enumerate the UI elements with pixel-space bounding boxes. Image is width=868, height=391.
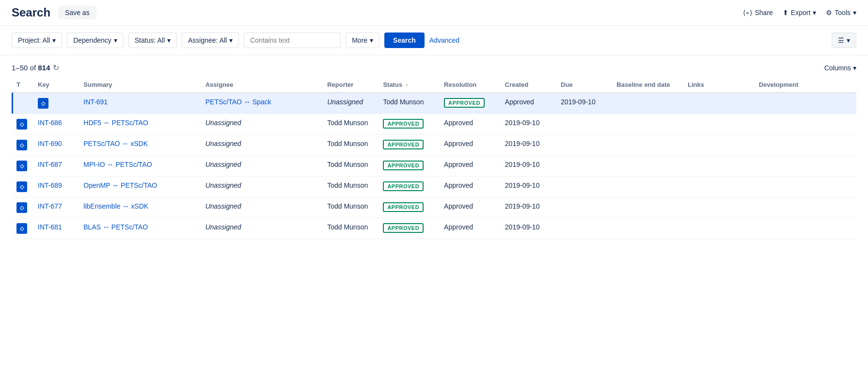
reporter-cell: Todd Munson	[322, 177, 378, 197]
issue-key-link[interactable]: INT-691	[83, 98, 108, 106]
status-badge: APPROVED	[383, 140, 424, 149]
issue-summary-link[interactable]: HDF5 ↔ PETSc/TAO	[83, 119, 148, 127]
created-cell: 2019-09-10	[500, 218, 556, 239]
col-header-created[interactable]: Created	[500, 77, 556, 93]
assignee-cell: Unassigned	[201, 218, 322, 239]
issue-summary-link[interactable]: OpenMP ↔ PETSc/TAO	[83, 181, 157, 189]
col-header-baseline[interactable]: Baseline end date	[612, 77, 683, 93]
reporter-cell: Todd Munson	[322, 156, 378, 177]
status-cell: APPROVED	[378, 135, 439, 156]
table-row[interactable]: ◇ INT-677 libEnsemble ↔ xSDK Unassigned …	[12, 197, 856, 218]
status-cell: APPROVED	[378, 218, 439, 239]
baseline-cell	[612, 135, 683, 156]
table-row[interactable]: ◇ INT-691 PETSc/TAO ↔ Spack Unassigned T…	[12, 93, 856, 114]
tools-button[interactable]: ⚙ Tools ▾	[826, 9, 856, 16]
development-cell	[754, 135, 805, 156]
summary-cell: OpenMP ↔ PETSc/TAO	[79, 177, 200, 197]
table-row[interactable]: ◇ INT-681 BLAS ↔ PETSc/TAO Unassigned To…	[12, 218, 856, 239]
links-cell	[683, 156, 754, 177]
issue-type-icon: ◇	[16, 119, 27, 130]
reporter-cell: Todd Munson	[322, 218, 378, 239]
dependency-filter[interactable]: Dependency ▾	[67, 33, 124, 48]
issue-key-link[interactable]: INT-681	[38, 223, 62, 231]
view-options-button[interactable]: ☰ ▾	[832, 33, 856, 48]
created-cell: 2019-09-10	[556, 93, 612, 114]
resolution-cell: Approved	[439, 156, 500, 177]
issue-summary-link[interactable]: PETSc/TAO ↔ xSDK	[83, 140, 148, 147]
resolution-cell: Approved	[500, 93, 556, 114]
development-cell	[754, 218, 805, 239]
baseline-cell	[612, 197, 683, 218]
links-cell	[754, 93, 805, 114]
issue-type-icon: ◇	[16, 161, 27, 171]
due-cell	[556, 197, 612, 218]
table-row[interactable]: ◇ INT-687 MPI-IO ↔ PETSc/TAO Unassigned …	[12, 156, 856, 177]
links-cell	[683, 218, 754, 239]
status-filter[interactable]: Status: All ▾	[128, 33, 177, 48]
col-header-reporter[interactable]: Reporter	[322, 77, 378, 93]
issue-summary-link[interactable]: PETSc/TAO ↔ Spack	[205, 98, 271, 106]
table-header: T Key Summary Assignee Reporter Status ↑…	[12, 77, 856, 93]
col-header-due[interactable]: Due	[556, 77, 612, 93]
summary-cell: PETSc/TAO ↔ xSDK	[79, 135, 200, 156]
resolution-cell: Approved	[439, 177, 500, 197]
assignee-filter[interactable]: Assignee: All ▾	[182, 33, 239, 48]
col-header-assignee[interactable]: Assignee	[201, 77, 322, 93]
issue-key-link[interactable]: INT-677	[38, 202, 62, 210]
issue-key-link[interactable]: INT-690	[38, 140, 62, 147]
type-cell: ◇	[12, 218, 33, 239]
project-filter[interactable]: Project: All ▾	[12, 33, 62, 48]
status-cell: APPROVED	[378, 156, 439, 177]
summary-cell: PETSc/TAO ↔ Spack	[201, 93, 322, 114]
issues-table: T Key Summary Assignee Reporter Status ↑…	[12, 77, 856, 239]
save-as-button[interactable]: Save as	[58, 6, 96, 19]
links-cell	[683, 177, 754, 197]
key-cell: INT-686	[33, 114, 79, 135]
table-row[interactable]: ◇ INT-686 HDF5 ↔ PETSc/TAO Unassigned To…	[12, 114, 856, 135]
type-cell: ◇	[12, 114, 33, 135]
export-button[interactable]: ⬆ Export ▾	[783, 9, 816, 16]
text-search-input[interactable]	[244, 33, 341, 48]
key-cell: INT-677	[33, 197, 79, 218]
col-header-development[interactable]: Development	[754, 77, 805, 93]
reporter-cell: Todd Munson	[378, 93, 439, 114]
development-cell	[754, 197, 805, 218]
col-header-resolution[interactable]: Resolution	[439, 77, 500, 93]
baseline-cell	[612, 114, 683, 135]
columns-control-button[interactable]: Columns ▾	[824, 64, 856, 72]
type-cell: ◇	[12, 135, 33, 156]
col-header-links[interactable]: Links	[683, 77, 754, 93]
issue-summary-link[interactable]: libEnsemble ↔ xSDK	[83, 202, 148, 210]
assignee-cell: Unassigned	[201, 114, 322, 135]
more-chevron-icon: ▾	[370, 36, 373, 44]
search-button[interactable]: Search	[384, 33, 425, 48]
share-button[interactable]: ⟨∘⟩ Share	[743, 9, 773, 16]
refresh-icon[interactable]: ↻	[53, 63, 59, 72]
col-header-status[interactable]: Status ↑	[378, 77, 439, 93]
col-header-key[interactable]: Key	[33, 77, 79, 93]
advanced-link[interactable]: Advanced	[429, 36, 459, 44]
development-cell	[754, 114, 805, 135]
issue-key-link[interactable]: INT-686	[38, 119, 62, 127]
key-cell: INT-690	[33, 135, 79, 156]
table-row[interactable]: ◇ INT-690 PETSc/TAO ↔ xSDK Unassigned To…	[12, 135, 856, 156]
key-cell: INT-681	[33, 218, 79, 239]
due-cell	[556, 114, 612, 135]
created-cell: 2019-09-10	[500, 177, 556, 197]
table-row[interactable]: ◇ INT-689 OpenMP ↔ PETSc/TAO Unassigned …	[12, 177, 856, 197]
results-summary: 1–50 of 814 ↻ Columns ▾	[12, 55, 856, 77]
issue-summary-link[interactable]: BLAS ↔ PETSc/TAO	[83, 223, 148, 231]
col-header-summary[interactable]: Summary	[79, 77, 200, 93]
assignee-cell: Unassigned	[201, 197, 322, 218]
issue-summary-link[interactable]: MPI-IO ↔ PETSc/TAO	[83, 161, 152, 168]
resolution-cell: Approved	[439, 218, 500, 239]
issue-key-link[interactable]: INT-687	[38, 161, 62, 168]
reporter-cell: Todd Munson	[322, 114, 378, 135]
due-cell	[556, 135, 612, 156]
table-body: ◇ INT-691 PETSc/TAO ↔ Spack Unassigned T…	[12, 93, 856, 239]
more-filter-button[interactable]: More ▾	[346, 33, 379, 48]
summary-cell: MPI-IO ↔ PETSc/TAO	[79, 156, 200, 177]
issue-key-link[interactable]: INT-689	[38, 181, 62, 189]
links-cell	[683, 197, 754, 218]
created-cell: 2019-09-10	[500, 114, 556, 135]
